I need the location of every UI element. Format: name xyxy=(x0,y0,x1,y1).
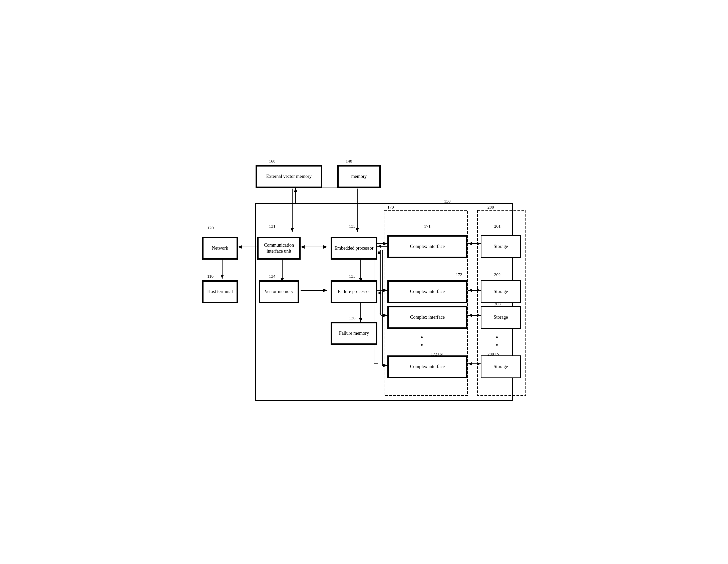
svg-marker-53 xyxy=(383,364,387,367)
svg-marker-8 xyxy=(356,228,359,232)
svg-marker-59 xyxy=(468,362,472,365)
label-202: 202 xyxy=(494,272,501,277)
svg-marker-15 xyxy=(238,245,242,249)
external-vector-memory-box: External vector memory xyxy=(256,165,322,188)
svg-marker-4 xyxy=(291,228,294,232)
label-136: 136 xyxy=(349,315,356,321)
label-201: 201 xyxy=(494,224,501,229)
svg-marker-50 xyxy=(468,314,472,317)
vector-memory-box: Vector memory xyxy=(259,280,299,303)
svg-marker-37 xyxy=(377,291,381,295)
svg-marker-35 xyxy=(383,289,387,292)
storage-203-box: Storage xyxy=(481,306,521,329)
label-110: 110 xyxy=(207,274,214,279)
embedded-processor-box: Embedded processor xyxy=(331,237,377,260)
memory-box: memory xyxy=(337,165,381,188)
svg-marker-6 xyxy=(294,188,297,192)
label-171: 171 xyxy=(424,224,431,229)
label-140: 140 xyxy=(346,159,352,164)
failure-memory-box: Failure memory xyxy=(331,322,377,345)
svg-marker-33 xyxy=(323,289,327,292)
svg-marker-39 xyxy=(477,289,481,292)
label-135: 135 xyxy=(349,274,356,279)
svg-marker-40 xyxy=(468,289,472,292)
complex-interface-173N-box: Complex interface xyxy=(387,355,467,378)
label-130: 130 xyxy=(444,199,451,204)
host-terminal-box: Host terminal xyxy=(202,280,238,303)
label-133: 133 xyxy=(349,224,356,229)
svg-marker-20 xyxy=(383,242,387,245)
svg-marker-44 xyxy=(383,314,387,317)
svg-marker-17 xyxy=(323,245,327,249)
storage-200N-box: Storage xyxy=(481,355,521,378)
diagram: 160 External vector memory 140 memory 13… xyxy=(197,152,531,412)
label-120: 120 xyxy=(207,225,214,231)
svg-marker-49 xyxy=(477,314,481,317)
svg-marker-25 xyxy=(468,242,472,245)
failure-processor-box: Failure processor xyxy=(331,280,377,303)
svg-marker-47 xyxy=(377,250,381,254)
svg-marker-18 xyxy=(301,245,305,249)
label-160: 160 xyxy=(269,159,276,164)
svg-marker-29 xyxy=(359,318,362,322)
dots-storage: •• xyxy=(496,334,499,349)
svg-marker-58 xyxy=(477,362,481,365)
label-200: 200 xyxy=(487,205,494,210)
complex-interface-171-box: Complex interface xyxy=(387,235,467,258)
svg-marker-11 xyxy=(221,275,224,279)
label-170: 170 xyxy=(387,205,394,210)
label-134: 134 xyxy=(269,274,276,279)
storage-201-box: Storage xyxy=(481,235,521,258)
storage-202-box: Storage xyxy=(481,280,521,303)
label-131: 131 xyxy=(269,224,276,229)
label-172: 172 xyxy=(456,272,462,277)
complex-interface-172-box: Complex interface xyxy=(387,280,467,303)
dots-complex: •• xyxy=(421,334,424,349)
svg-marker-24 xyxy=(477,242,481,245)
communication-interface-unit-box: Communication interface unit xyxy=(257,237,301,260)
svg-marker-22 xyxy=(377,245,381,248)
network-box: Network xyxy=(202,237,238,260)
complex-interface-173-box: Complex interface xyxy=(387,306,467,329)
